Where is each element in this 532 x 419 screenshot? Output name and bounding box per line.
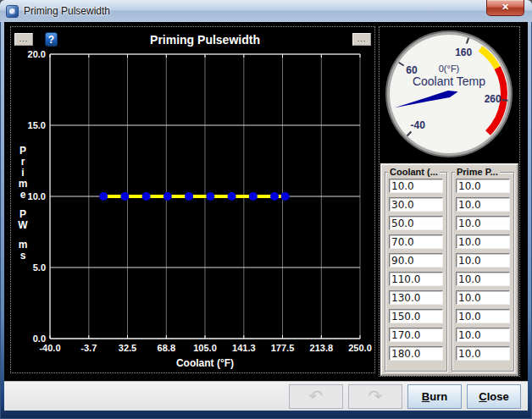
y-tick-label: 0.0	[33, 334, 46, 344]
close-icon: ✕	[502, 2, 509, 12]
chart-panel: ... ? Priming Pulsewidth ... PrimePWms -…	[10, 26, 375, 373]
chart-header: ... ? Priming Pulsewidth ...	[11, 27, 374, 49]
gauge-tick-label: 260	[485, 93, 502, 105]
chart-point[interactable]	[142, 192, 151, 201]
coolant-cell-input[interactable]	[389, 216, 443, 230]
coolant-cell-input[interactable]	[389, 346, 443, 361]
x-tick-label: 141.3	[232, 343, 256, 353]
prime-cell-input[interactable]	[456, 179, 510, 193]
chart-plot[interactable]: -40.0-3.732.568.8105.0141.3177.5213.8250…	[11, 49, 376, 374]
burn-button[interactable]: Burn	[407, 384, 462, 409]
window-icon	[6, 5, 19, 18]
button-bar: ↶ ↷ Burn Close	[4, 381, 528, 411]
prime-cell-input[interactable]	[456, 253, 510, 267]
coolant-cell-input[interactable]	[389, 253, 443, 267]
prime-cell-input[interactable]	[456, 234, 510, 249]
prime-cell-input[interactable]	[456, 216, 510, 230]
title-bar[interactable]: Priming Pulsewidth ✕	[0, 0, 532, 22]
y-tick-label: 5.0	[33, 262, 46, 273]
coolant-cell-input[interactable]	[389, 290, 443, 305]
x-tick-label: -3.7	[80, 343, 97, 353]
chart-point[interactable]	[206, 192, 214, 201]
coolant-cell-input[interactable]	[389, 234, 443, 249]
coolant-cell-input[interactable]	[389, 272, 443, 286]
y-tick-label: 20.0	[28, 49, 46, 59]
prime-cell-input[interactable]	[456, 197, 510, 212]
chart-point[interactable]	[281, 192, 290, 201]
chart-menu-button-left[interactable]: ...	[14, 33, 33, 46]
prime-cell-input[interactable]	[456, 328, 510, 342]
table-panel: Coolant (...Prime P...	[380, 163, 518, 376]
redo-icon: ↷	[369, 387, 383, 405]
chart-point[interactable]	[249, 192, 258, 201]
gauge-value: 0(°F)	[439, 63, 460, 74]
coolant-cell-input[interactable]	[389, 309, 443, 323]
coolant-cell-input[interactable]	[389, 179, 443, 193]
prime-cell-input[interactable]	[456, 309, 510, 323]
chart-point[interactable]	[270, 192, 279, 201]
undo-button[interactable]: ↶	[289, 384, 343, 409]
y-tick-label: 10.0	[28, 191, 46, 201]
chart-menu-button-right[interactable]: ...	[352, 33, 371, 46]
undo-icon: ↶	[309, 387, 324, 405]
gauge-tick	[502, 100, 508, 101]
chart-point[interactable]	[163, 192, 172, 201]
x-axis-title: Coolant (°F)	[176, 357, 234, 369]
coolant-column-group: Coolant (...	[385, 172, 447, 372]
dialog-content: ... ? Priming Pulsewidth ... PrimePWms -…	[4, 22, 528, 381]
prime-cell-input[interactable]	[456, 346, 510, 361]
y-axis-label: PrimePWms	[17, 146, 29, 262]
gauge-tick-label: -40	[411, 119, 426, 131]
x-tick-label: 68.8	[158, 343, 175, 353]
x-tick-label: 105.0	[193, 343, 217, 353]
chart-point[interactable]	[185, 192, 193, 201]
coolant-cell-input[interactable]	[389, 328, 443, 342]
coolant-temp-gauge[interactable]: -40601602600(°F)Coolant Temp	[380, 28, 519, 162]
gauge-tick-label: 160	[455, 47, 472, 58]
x-tick-label: 32.5	[119, 343, 136, 353]
column-header: Coolant (...	[388, 167, 440, 177]
y-tick-label: 15.0	[28, 120, 46, 130]
priming-pulsewidth-window: Priming Pulsewidth ✕ ... ? Priming Pulse…	[0, 0, 532, 419]
prime-cell-input[interactable]	[456, 272, 510, 286]
close-button[interactable]: Close	[467, 384, 521, 409]
redo-button[interactable]: ↷	[348, 384, 402, 409]
prime-column-group: Prime P...	[452, 172, 514, 372]
chart-point[interactable]	[120, 192, 129, 201]
x-tick-label: 213.8	[310, 343, 334, 353]
help-icon[interactable]: ?	[45, 32, 58, 47]
prime-cell-input[interactable]	[456, 290, 510, 305]
x-tick-label: -40.0	[39, 343, 60, 353]
close-window-button[interactable]: ✕	[486, 0, 524, 16]
x-tick-label: 177.5	[271, 343, 295, 353]
gauge-title: Coolant Temp	[413, 74, 485, 88]
right-panel: -40601602600(°F)Coolant Temp Coolant (..…	[379, 26, 520, 377]
x-tick-label: 250.0	[348, 343, 372, 353]
coolant-cell-input[interactable]	[389, 197, 443, 212]
column-header: Prime P...	[455, 167, 500, 177]
window-title: Priming Pulsewidth	[24, 5, 110, 17]
chart-point[interactable]	[99, 192, 108, 201]
chart-title: Priming Pulsewidth	[58, 33, 352, 47]
chart-point[interactable]	[228, 192, 236, 201]
